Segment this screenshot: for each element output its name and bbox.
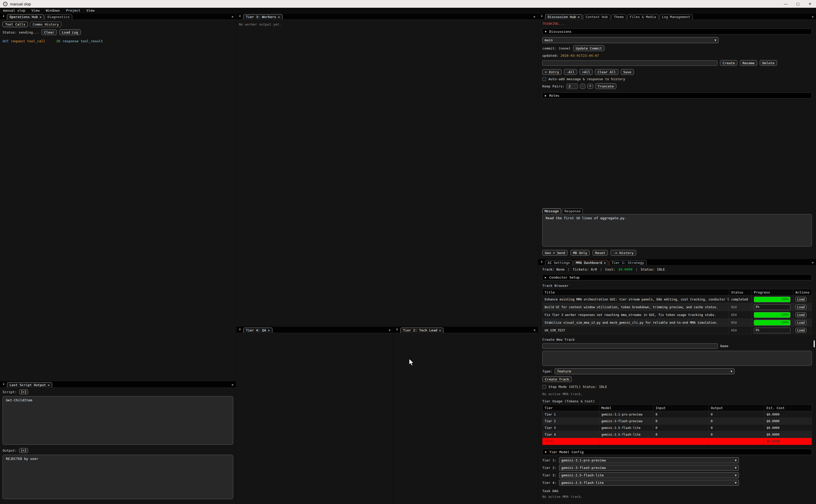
- progress-bar: 0%: [754, 328, 790, 333]
- tab-mma-dashboard[interactable]: MMA Dashboard ✕: [573, 260, 608, 265]
- clear-all-button[interactable]: Clear All: [595, 69, 618, 75]
- update-commit-button[interactable]: Update Commit: [573, 45, 605, 51]
- tier3-model-select[interactable]: gemini-2.5-flash-lite ▼: [559, 472, 739, 478]
- tab-diagnostics[interactable]: Diagnostics: [45, 14, 72, 19]
- menu-item-windows[interactable]: Windows: [46, 9, 60, 12]
- scrollbar-thumb[interactable]: [814, 340, 815, 347]
- tab-close-icon[interactable]: ✕: [268, 329, 270, 332]
- tab-close-icon[interactable]: ✕: [604, 261, 606, 265]
- load-button[interactable]: Load: [795, 328, 806, 333]
- load-button[interactable]: Load: [795, 312, 806, 317]
- dock-menu-icon[interactable]: ▼: [394, 329, 400, 331]
- tab-context-hub[interactable]: Context Hub: [583, 14, 610, 19]
- tier2-model-select[interactable]: gemini-3-flash-preview ▼: [559, 465, 739, 471]
- tier4-model-select[interactable]: gemini-2.5-flash-lite ▼: [559, 480, 739, 486]
- menu-item-manual-slop[interactable]: manual slop: [3, 9, 25, 12]
- conductor-setup-header[interactable]: ▶ Conductor Setup: [542, 274, 812, 280]
- output-textarea[interactable]: REJECTED by user: [3, 455, 233, 499]
- rename-button[interactable]: Rename: [740, 60, 757, 66]
- tab-comms-history[interactable]: Comms History: [30, 22, 61, 27]
- panel-close-icon[interactable]: ✕: [812, 261, 814, 264]
- log-out-prefix: OUT: [3, 39, 9, 43]
- tab-last-script-output[interactable]: Last Script Output ✕: [7, 382, 52, 387]
- panel-close-icon[interactable]: ✕: [533, 15, 535, 19]
- md-only-button[interactable]: MD Only: [570, 250, 590, 256]
- minimize-icon[interactable]: —: [780, 2, 792, 6]
- dock-menu-icon[interactable]: ▼: [539, 15, 544, 18]
- roles-section-header[interactable]: ▶ Roles: [542, 92, 812, 99]
- tab-files-media[interactable]: Files & Media: [627, 14, 659, 19]
- dock-menu-icon[interactable]: ▼: [539, 261, 544, 263]
- close-icon[interactable]: ✕: [804, 2, 816, 6]
- load-button[interactable]: Load: [795, 297, 806, 302]
- tab-message[interactable]: Message: [542, 208, 561, 214]
- reset-button[interactable]: Reset: [593, 250, 608, 256]
- clear-button[interactable]: Clear: [42, 29, 57, 35]
- maximize-icon[interactable]: ▢: [792, 2, 804, 6]
- tab-tier1-strategy[interactable]: Tier 1: Strategy: [609, 260, 647, 265]
- gen-send-button[interactable]: Gen + Send: [542, 250, 568, 256]
- discussions-section-header[interactable]: ▼ Discussions: [542, 28, 812, 35]
- collapse-all-button[interactable]: -All: [564, 69, 577, 75]
- tab-tier3-workers[interactable]: Tier 3: Workers ✕: [243, 14, 282, 19]
- tier2-label: Tier 2:: [542, 466, 556, 470]
- dock-menu-icon[interactable]: ▼: [1, 15, 6, 18]
- tab-close-icon[interactable]: ✕: [578, 15, 580, 19]
- tab-response[interactable]: Response: [562, 208, 583, 214]
- tab-tier2-techlead[interactable]: Tier 2: Tech Lead ✕: [400, 328, 443, 333]
- dock-menu-icon[interactable]: ▼: [237, 15, 243, 18]
- save-button[interactable]: Save: [621, 69, 634, 75]
- tab-close-icon[interactable]: ✕: [439, 329, 441, 332]
- keep-pairs-plus-button[interactable]: +: [587, 84, 593, 89]
- menu-item-view[interactable]: View: [31, 9, 39, 12]
- step-mode-checkbox[interactable]: [542, 385, 546, 389]
- panel-close-icon[interactable]: ✕: [534, 328, 536, 332]
- keep-pairs-minus-button[interactable]: -: [580, 84, 585, 89]
- tab-tier4-qa[interactable]: Tier 4: QA ✕: [243, 328, 272, 333]
- panel-close-icon[interactable]: ✕: [231, 383, 233, 387]
- load-button[interactable]: Load: [795, 305, 806, 310]
- panel-close-icon[interactable]: ✕: [231, 15, 233, 19]
- track-name-input[interactable]: [542, 343, 718, 349]
- create-track-button[interactable]: Create Track: [542, 376, 572, 382]
- tab-tool-calls[interactable]: Tool Calls: [3, 22, 28, 27]
- dropdown-icon: ▼: [731, 370, 732, 373]
- output-expand-button[interactable]: [+]: [19, 448, 28, 453]
- tab-theme[interactable]: Theme: [611, 14, 626, 19]
- dropdown-icon: ▼: [735, 481, 737, 484]
- delete-button[interactable]: Delete: [760, 60, 777, 66]
- expand-all-button[interactable]: +All: [579, 69, 593, 75]
- tab-discussion-hub[interactable]: Discussion Hub ✕: [545, 14, 582, 19]
- tab-close-icon[interactable]: ✕: [40, 15, 42, 19]
- dock-menu-icon[interactable]: ▼: [237, 329, 243, 331]
- keep-pairs-input[interactable]: 2: [567, 84, 578, 89]
- dock-menu-icon[interactable]: ▼: [1, 384, 6, 386]
- create-button[interactable]: Create: [720, 60, 737, 66]
- load-button[interactable]: Load: [795, 320, 806, 325]
- tab-close-icon[interactable]: ✕: [278, 15, 280, 19]
- message-textarea[interactable]: Read the first 10 lines of aggregate.py.: [542, 214, 812, 247]
- truncate-button[interactable]: Truncate: [595, 83, 617, 89]
- track-description-textarea[interactable]: [542, 351, 812, 366]
- panel-close-icon[interactable]: ✕: [389, 328, 391, 332]
- to-history-button[interactable]: -> History: [611, 250, 636, 256]
- discussion-select[interactable]: main ▼: [542, 37, 718, 43]
- auto-add-checkbox[interactable]: [542, 77, 546, 81]
- add-entry-button[interactable]: + Entry: [542, 69, 562, 75]
- tab-ai-settings[interactable]: AI Settings: [545, 260, 572, 265]
- tier1-model-select[interactable]: gemini-3.1-pro-preview ▼: [559, 457, 739, 463]
- load-log-button[interactable]: Load Log: [59, 29, 81, 35]
- panel-close-icon[interactable]: ✕: [812, 15, 814, 19]
- tier3-label: Tier 3:: [542, 473, 556, 477]
- tab-close-icon[interactable]: ✕: [48, 383, 50, 387]
- track-type-select[interactable]: feature ▼: [555, 368, 734, 374]
- tab-operations-hub[interactable]: Operations Hub ✕: [7, 14, 44, 19]
- discussion-name-input[interactable]: [542, 60, 717, 66]
- tab-log-management[interactable]: Log Management: [659, 14, 693, 19]
- menu-item-view2[interactable]: View: [86, 9, 94, 12]
- tier-model-config-header[interactable]: ▼ Tier Model Config: [542, 449, 812, 455]
- log-in-text: response tool_result: [62, 39, 103, 43]
- script-textarea[interactable]: Get-ChildItem: [3, 396, 233, 445]
- menu-item-project[interactable]: Project: [66, 9, 80, 12]
- script-expand-button[interactable]: [+]: [19, 389, 28, 394]
